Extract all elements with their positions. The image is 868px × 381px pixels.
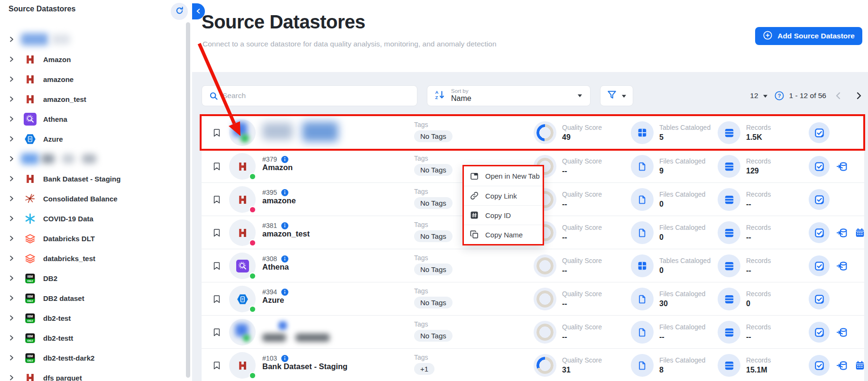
bookmark-icon[interactable] <box>212 227 222 238</box>
datastore-row-blurred[interactable]: TagsNo TagsQuality Score--Files Cataloge… <box>202 315 864 348</box>
sidebar-item-covid-19-data[interactable]: COVID-19 Data <box>0 209 185 228</box>
tags-pill[interactable]: No Tags <box>414 230 452 242</box>
datastore-name[interactable]: Athena <box>262 263 289 271</box>
datastore-row-blurred[interactable]: TagsNo TagsQuality Score49Tables Catalog… <box>202 116 864 149</box>
cataloged-cell: Tables Cataloged0 <box>631 254 711 277</box>
chevron-right-icon[interactable] <box>9 314 16 322</box>
info-icon[interactable] <box>281 156 288 163</box>
info-icon[interactable] <box>281 289 288 296</box>
tags-pill[interactable]: No Tags <box>414 130 452 142</box>
sidebar-item-db2-testt[interactable]: IBMDB2db2-testt <box>0 328 185 348</box>
chevron-right-icon[interactable] <box>9 115 16 123</box>
datastore-row-azure[interactable]: #394AzureTagsNo TagsQuality Score--Files… <box>202 282 864 315</box>
tags-pill[interactable]: No Tags <box>414 263 452 275</box>
datastore-name[interactable]: amazone <box>262 196 296 205</box>
chevron-right-icon[interactable] <box>9 235 16 242</box>
sidebar-item-azure[interactable]: Azure <box>0 129 185 149</box>
info-icon[interactable] <box>281 222 288 229</box>
chevron-right-icon[interactable] <box>9 374 16 381</box>
chevron-right-icon[interactable] <box>9 155 16 163</box>
filter-button[interactable] <box>600 85 633 106</box>
chevron-right-icon[interactable] <box>9 75 16 83</box>
scan-icon[interactable] <box>836 161 848 172</box>
scan-icon[interactable] <box>836 327 848 338</box>
sidebar-item-blurred[interactable] <box>0 29 185 49</box>
calendar-icon[interactable] <box>855 227 865 238</box>
sidebar-item-db2[interactable]: IBMDB2DB2 <box>0 268 185 288</box>
bookmark-icon[interactable] <box>212 360 222 371</box>
datastore-name[interactable]: Azure <box>262 296 284 304</box>
checks-icon[interactable] <box>809 189 830 210</box>
checks-icon[interactable] <box>809 289 830 309</box>
bookmark-icon[interactable] <box>212 194 222 205</box>
sidebar-item-databricks-dlt[interactable]: Databricks DLT <box>0 228 185 248</box>
aws-red-icon <box>23 92 37 106</box>
chevron-right-icon[interactable] <box>9 175 16 182</box>
sidebar-item-db2-dataset[interactable]: IBMDB2DB2 dataset <box>0 288 185 308</box>
bookmark-icon[interactable] <box>212 127 222 138</box>
chevron-right-icon[interactable] <box>9 55 16 63</box>
sort-dropdown[interactable]: AZ Sort by Name <box>427 85 591 106</box>
sidebar-item-consolidated-balance[interactable]: Consolidated Balance <box>0 189 185 209</box>
bookmark-icon[interactable] <box>212 327 222 338</box>
chevron-right-icon[interactable] <box>9 254 16 262</box>
add-source-datastore-button[interactable]: Add Source Datastore <box>755 27 862 45</box>
chevron-right-icon[interactable] <box>9 95 16 103</box>
search-input[interactable] <box>219 91 417 100</box>
chevron-right-icon[interactable] <box>9 195 16 202</box>
tags-pill[interactable]: No Tags <box>414 297 452 308</box>
sidebar-item-db2-testt-dark2[interactable]: IBMDB2db2-testt-dark2 <box>0 348 185 368</box>
datastore-name[interactable]: Bank Dataset - Staging <box>262 362 348 371</box>
chevron-right-icon[interactable] <box>9 334 16 342</box>
chevron-right-icon[interactable] <box>9 135 16 143</box>
chevron-right-icon[interactable] <box>9 36 16 43</box>
scan-icon[interactable] <box>836 360 848 372</box>
checks-icon[interactable] <box>809 355 830 376</box>
datastore-row-bank-dataset-staging[interactable]: #103Bank Dataset - StagingTags+1Quality … <box>202 348 864 381</box>
previous-page-button[interactable] <box>835 92 841 100</box>
checks-icon[interactable] <box>809 322 830 343</box>
info-icon[interactable] <box>281 255 288 263</box>
tags-pill[interactable]: +1 <box>414 363 434 375</box>
checks-icon[interactable] <box>809 222 830 243</box>
scan-icon[interactable] <box>836 227 848 239</box>
info-icon[interactable] <box>281 355 288 362</box>
menu-item-copy-id[interactable]: Copy ID <box>464 205 543 225</box>
checks-icon[interactable] <box>809 156 830 177</box>
bookmark-icon[interactable] <box>212 293 222 305</box>
sidebar-item-bank-dataset-staging[interactable]: Bank Dataset - Staging <box>0 169 185 189</box>
info-icon[interactable] <box>281 189 288 196</box>
chevron-right-icon[interactable] <box>9 274 16 282</box>
sidebar-item-amazone[interactable]: amazone <box>0 69 185 89</box>
help-icon[interactable]: ? <box>775 91 784 100</box>
sidebar-item-amazon[interactable]: Amazon <box>0 49 185 69</box>
calendar-icon[interactable] <box>855 360 865 371</box>
menu-item-copy-link[interactable]: Copy Link <box>464 186 543 205</box>
chevron-right-icon[interactable] <box>9 215 16 222</box>
checks-icon[interactable] <box>809 122 830 143</box>
checks-icon[interactable] <box>809 255 830 276</box>
page-size-select[interactable]: 12 <box>750 91 767 100</box>
sidebar-item-blurred[interactable] <box>0 149 185 169</box>
bookmark-icon[interactable] <box>212 161 222 172</box>
scan-icon[interactable] <box>836 260 848 272</box>
chevron-right-icon[interactable] <box>9 354 16 362</box>
tags-pill[interactable]: No Tags <box>414 164 452 176</box>
sidebar-item-db2-test[interactable]: IBMDB2db2-test <box>0 308 185 328</box>
sidebar-item-dfs-parquet[interactable]: dfs parquet <box>0 368 185 381</box>
next-page-button[interactable] <box>856 92 862 100</box>
sidebar-scrollbar[interactable] <box>186 22 190 378</box>
tags-pill[interactable]: No Tags <box>414 330 452 342</box>
datastore-row-athena[interactable]: #308AthenaTagsNo TagsQuality Score--Tabl… <box>202 249 864 282</box>
datastore-name[interactable]: Amazon <box>262 163 293 172</box>
chevron-right-icon[interactable] <box>9 294 16 302</box>
menu-item-open-in-new-tab[interactable]: Open in New Tab <box>464 166 543 186</box>
bookmark-icon[interactable] <box>212 260 222 272</box>
menu-item-copy-name[interactable]: Copy Name <box>464 225 543 244</box>
sidebar-item-athena[interactable]: Athena <box>0 109 185 129</box>
datastore-name[interactable]: amazon_test <box>262 229 310 238</box>
refresh-button[interactable] <box>171 3 188 20</box>
sidebar-item-databricks-test[interactable]: databricks_test <box>0 248 185 268</box>
sidebar-item-amazon-test[interactable]: amazon_test <box>0 89 185 109</box>
tags-pill[interactable]: No Tags <box>414 197 452 209</box>
